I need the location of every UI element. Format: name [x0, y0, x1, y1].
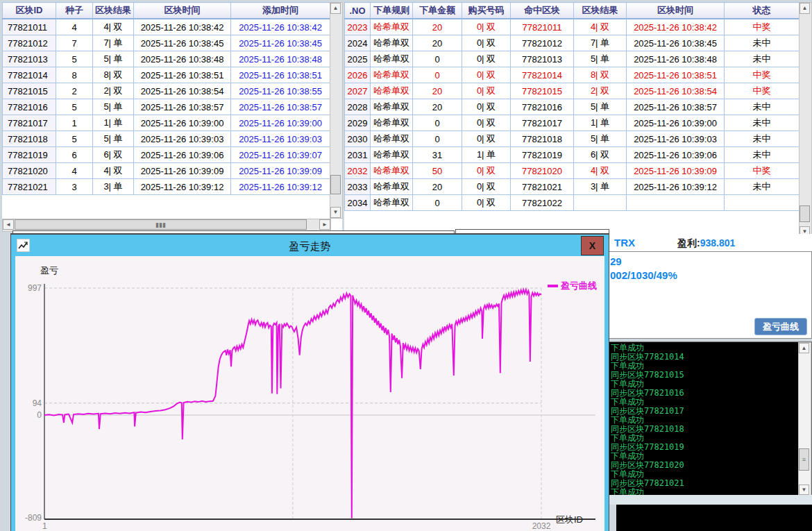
column-header[interactable]: 区块时间 — [134, 3, 231, 19]
cell: 2| 双 — [574, 83, 627, 99]
cell: 2025-11-26 10:38:48 — [134, 51, 231, 67]
column-header[interactable]: 添加时间 — [231, 3, 330, 19]
log-lines: 下单成功同步区块77821014下单成功同步区块77821015下单成功同步区块… — [611, 344, 798, 496]
blocks-vscrollbar[interactable]: ▲ ▼ — [330, 2, 343, 219]
cell — [725, 195, 800, 211]
block-row[interactable]: 7782101277| 单2025-11-26 10:38:452025-11-… — [3, 35, 330, 51]
scroll-thumb[interactable] — [330, 175, 341, 194]
cell: 77821017 — [3, 115, 56, 131]
cell: 77821019 — [511, 147, 574, 163]
scroll-down-icon[interactable]: ▼ — [799, 484, 809, 495]
cell: 0| 双 — [462, 83, 511, 99]
close-button[interactable]: X — [581, 236, 604, 255]
block-row[interactable]: 7782101488| 双2025-11-26 10:38:512025-11-… — [3, 67, 330, 83]
cell: 4| 双 — [574, 163, 627, 179]
cell: 2025-11-26 10:38:54 — [134, 83, 231, 99]
orders-vscrollbar[interactable]: ▲ ▼ — [799, 2, 812, 238]
cell: 哈希单双 — [371, 163, 413, 179]
cell: 未中 — [725, 99, 800, 115]
block-row[interactable]: 7782101144| 双2025-11-26 10:38:422025-11-… — [3, 19, 330, 35]
log-terminal[interactable]: 下单成功同步区块77821014下单成功同步区块77821015下单成功同步区块… — [609, 342, 812, 496]
scroll-up-icon[interactable]: ▲ — [800, 3, 810, 14]
column-header[interactable]: 种子 — [56, 3, 93, 19]
profit-chart-window: 盈亏走势 X 盈亏 997940-809 12032 盈亏曲线 区块ID — [10, 233, 609, 531]
cell: 2024 — [345, 35, 371, 51]
order-row[interactable]: 2023哈希单双200| 双778210114| 双2025-11-26 10:… — [345, 19, 800, 35]
column-header[interactable]: 命中区块 — [511, 3, 574, 19]
scroll-left-icon[interactable]: ◄ — [3, 219, 14, 230]
terminal-vscrollbar[interactable]: ▲ ≡ ▼ — [798, 342, 811, 496]
block-row[interactable]: 7782102044| 双2025-11-26 10:39:092025-11-… — [3, 163, 330, 179]
cell: 5 — [56, 99, 93, 115]
scroll-up-icon[interactable]: ▲ — [799, 343, 809, 353]
profit-curve-button[interactable]: 盈亏曲线 — [754, 318, 807, 335]
cell: 77821014 — [511, 67, 574, 83]
cell: 2025 — [345, 51, 371, 67]
cell: 0 — [413, 115, 462, 131]
column-header[interactable]: 下单规则 — [371, 3, 413, 19]
cell: 0| 双 — [462, 131, 511, 147]
column-header[interactable]: 购买号码 — [462, 3, 511, 19]
scroll-up-icon[interactable]: ▲ — [330, 3, 341, 14]
cell: 中奖 — [725, 67, 800, 83]
column-header[interactable]: 下单金额 — [413, 3, 462, 19]
cell: 2025-11-26 10:39:03 — [134, 131, 231, 147]
order-row[interactable]: 2029哈希单双00| 双778210171| 单2025-11-26 10:3… — [345, 115, 800, 131]
column-header[interactable]: .NO — [345, 3, 371, 19]
window-title: 盈亏走势 — [11, 237, 609, 256]
cell: 2| 双 — [93, 83, 134, 99]
cell: 2025-11-26 10:38:45 — [627, 35, 725, 51]
profit-readout: 盈利:938.801 — [677, 237, 735, 250]
cell: 77821022 — [511, 195, 574, 211]
cell: 哈希单双 — [371, 67, 413, 83]
block-row[interactable]: 7782101355| 单2025-11-26 10:38:482025-11-… — [3, 51, 330, 67]
cell: 哈希单双 — [371, 83, 413, 99]
x-axis-title: 区块ID — [556, 514, 583, 526]
profit-label: 盈利: — [677, 237, 700, 248]
order-row[interactable]: 2024哈希单双200| 双778210127| 单2025-11-26 10:… — [345, 35, 800, 51]
column-header[interactable]: 区块ID — [3, 3, 56, 19]
cell: 5| 单 — [574, 131, 627, 147]
cell: 哈希单双 — [371, 19, 413, 35]
column-header[interactable]: 区块结果 — [574, 3, 627, 19]
order-row[interactable]: 2025哈希单双00| 双778210135| 单2025-11-26 10:3… — [345, 51, 800, 67]
block-row[interactable]: 7782102133| 单2025-11-26 10:39:122025-11-… — [3, 179, 330, 195]
order-row[interactable]: 2030哈希单双00| 双778210185| 单2025-11-26 10:3… — [345, 131, 800, 147]
cell: 4| 双 — [574, 19, 627, 35]
scroll-thumb[interactable] — [800, 205, 810, 222]
order-row[interactable]: 2026哈希单双00| 双778210148| 双2025-11-26 10:3… — [345, 67, 800, 83]
column-header[interactable]: 区块结果 — [93, 3, 134, 19]
cell: 2025-11-26 10:39:03 — [627, 131, 725, 147]
order-row[interactable]: 2033哈希单双200| 双778210213| 单2025-11-26 10:… — [345, 179, 800, 195]
scroll-thumb[interactable]: ▮▮▮ — [15, 219, 307, 230]
cell: 77821015 — [3, 83, 56, 99]
order-row[interactable]: 2028哈希单双200| 双778210165| 单2025-11-26 10:… — [345, 99, 800, 115]
cell: 8| 双 — [574, 67, 627, 83]
block-row[interactable]: 7782101711| 单2025-11-26 10:39:002025-11-… — [3, 115, 330, 131]
column-header[interactable]: 状态 — [725, 3, 800, 19]
cell: 5 — [56, 51, 93, 67]
block-row[interactable]: 7782101522| 双2025-11-26 10:38:542025-11-… — [3, 83, 330, 99]
column-header[interactable]: 区块时间 — [627, 3, 725, 19]
cell: 77821020 — [511, 163, 574, 179]
window-titlebar[interactable]: 盈亏走势 X — [11, 235, 609, 256]
block-row[interactable]: 7782101966| 双2025-11-26 10:39:062025-11-… — [3, 147, 330, 163]
cell: 0 — [413, 131, 462, 147]
cell: 2025-11-26 10:38:42 — [231, 19, 330, 35]
profit-line-plot — [15, 256, 604, 531]
scroll-right-icon[interactable]: ► — [319, 219, 330, 230]
scroll-thumb[interactable]: ≡ — [799, 448, 809, 471]
scroll-down-icon[interactable]: ▼ — [330, 207, 341, 218]
order-row[interactable]: 2032哈希单双500| 双778210204| 双2025-11-26 10:… — [345, 163, 800, 179]
cell: 77821021 — [3, 179, 56, 195]
cell: 77821013 — [511, 51, 574, 67]
block-row[interactable]: 7782101855| 单2025-11-26 10:39:032025-11-… — [3, 131, 330, 147]
order-row[interactable]: 2031哈希单双311| 单778210196| 双2025-11-26 10:… — [345, 147, 800, 163]
orders-table-header: .NO下单规则下单金额购买号码命中区块区块结果区块时间状态 — [345, 3, 800, 19]
block-row[interactable]: 7782101655| 单2025-11-26 10:38:572025-11-… — [3, 99, 330, 115]
cell: 4| 双 — [93, 19, 134, 35]
cell: 2025-11-26 10:38:55 — [231, 83, 330, 99]
order-row[interactable]: 2034哈希单双00| 双77821022 — [345, 195, 800, 211]
order-row[interactable]: 2027哈希单双200| 双778210152| 双2025-11-26 10:… — [345, 83, 800, 99]
cell: 2025-11-26 10:39:12 — [134, 179, 231, 195]
